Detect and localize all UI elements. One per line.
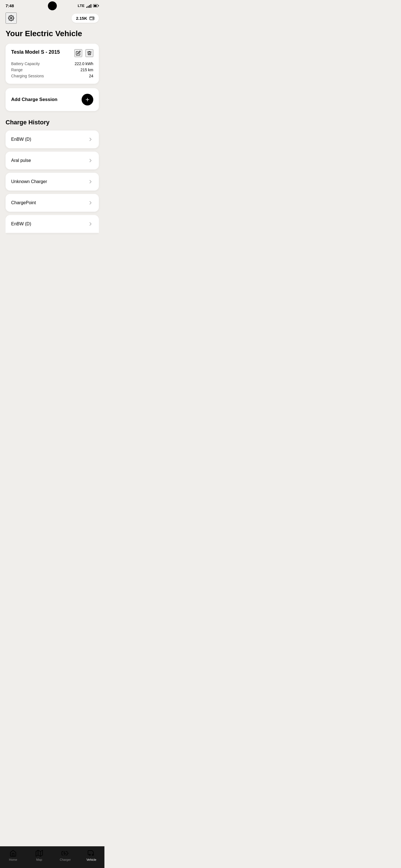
range-row: Range 215 km [11,68,93,72]
battery-capacity-label: Battery Capacity [11,61,40,66]
history-item-name-3: ChargePoint [11,200,36,205]
battery-fill [94,5,97,7]
chevron-right-icon-4 [88,221,93,227]
delete-vehicle-button[interactable] [85,49,93,57]
signal-bar-4 [90,4,91,8]
settings-button[interactable] [6,12,17,24]
battery-capacity-row: Battery Capacity 222.0 kWh [11,61,93,66]
history-item-1[interactable]: Aral pulse [6,152,99,169]
battery-capacity-value: 222.0 kWh [75,61,93,66]
svg-point-0 [10,17,12,19]
camera-pill [48,1,57,10]
vehicle-card: Tesla Model S - 2015 [6,44,99,84]
vehicle-stats: Battery Capacity 222.0 kWh Range 215 km … [11,61,93,78]
edit-icon [76,51,81,56]
edit-vehicle-button[interactable] [74,49,82,57]
signal-bar-1 [86,7,87,8]
signal-bars [86,4,91,8]
sessions-label: Charging Sessions [11,74,44,78]
header: 2.15K [0,10,105,27]
wallet-icon [89,16,94,20]
range-value: 215 km [81,68,93,72]
network-indicator: LTE [78,4,85,8]
add-session-label: Add Charge Session [11,97,57,102]
add-session-button[interactable]: + [82,94,93,105]
wallet-amount: 2.15K [76,16,87,21]
history-item-name-4: EnBW (D) [11,221,31,226]
history-item-4[interactable]: EnBW (D) [6,215,99,233]
svg-rect-2 [92,18,93,19]
chevron-right-icon-1 [88,158,93,163]
status-right: LTE [78,4,99,8]
vehicle-name: Tesla Model S - 2015 [11,49,60,55]
status-bar: 7:48 LTE [0,0,105,10]
gear-icon [8,15,14,21]
history-item-2[interactable]: Unknown Charger [6,173,99,191]
vehicle-card-header: Tesla Model S - 2015 [11,49,93,57]
wallet-badge[interactable]: 2.15K [71,13,99,23]
page-title: Your Electric Vehicle [6,29,99,38]
history-item-name-1: Aral pulse [11,158,31,163]
plus-icon: + [85,96,89,103]
charge-history-list: EnBW (D) Aral pulse Unknown Charger Char… [6,130,99,233]
signal-bar-2 [88,6,89,8]
status-time: 7:48 [6,3,14,8]
chevron-right-icon-2 [88,179,93,184]
chevron-right-icon-0 [88,136,93,142]
history-item-0[interactable]: EnBW (D) [6,130,99,148]
camera-notch [48,1,57,10]
battery-icon [93,4,99,7]
history-item-3[interactable]: ChargePoint [6,194,99,212]
main-content: Your Electric Vehicle Tesla Model S - 20… [0,27,105,261]
sessions-value: 24 [89,74,93,78]
sessions-row: Charging Sessions 24 [11,74,93,78]
add-charge-session-card[interactable]: Add Charge Session + [6,88,99,111]
chevron-right-icon-3 [88,200,93,206]
vehicle-actions [74,49,93,57]
delete-icon [87,51,92,56]
charge-history-title: Charge History [6,119,99,126]
history-item-name-0: EnBW (D) [11,137,31,142]
battery-body [93,4,98,7]
range-label: Range [11,68,23,72]
battery-tip [98,5,99,6]
history-item-name-2: Unknown Charger [11,179,47,184]
signal-bar-3 [89,5,90,8]
